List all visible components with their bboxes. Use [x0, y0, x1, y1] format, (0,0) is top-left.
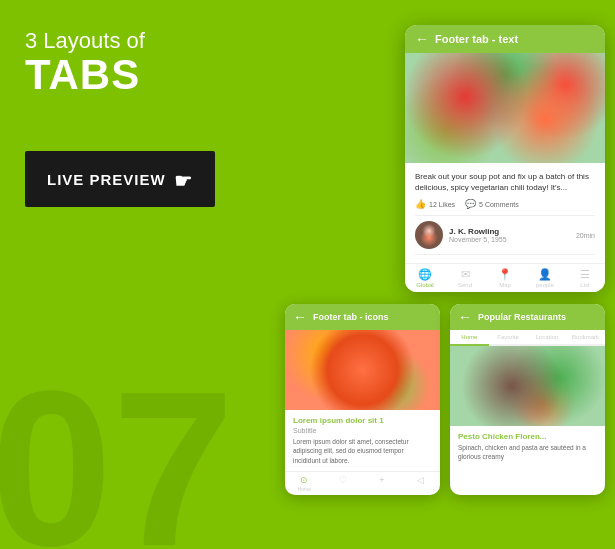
ps1-search-icon: ♡ — [339, 475, 347, 485]
tab-map-label: Map — [499, 282, 511, 288]
phone-small1-content: Lorem ipsum dolor sit 1 Subtitle Lorem i… — [285, 410, 440, 470]
author-name: J. K. Rowling — [449, 227, 570, 236]
back-arrow-icon: ← — [415, 31, 429, 47]
ps1-home-icon: ⊙ — [300, 475, 308, 485]
tab-map[interactable]: 📍 Map — [485, 268, 525, 288]
phone-main-meta: 👍 12 Likes 💬 5 Comments — [415, 199, 595, 209]
ps2-tab-bookmark[interactable]: Bookmark — [566, 330, 605, 344]
tab-list[interactable]: ☰ List — [565, 268, 605, 288]
ps2-tab-favorite[interactable]: Favorite — [489, 330, 528, 344]
tab-send[interactable]: ✉ Send — [445, 268, 485, 288]
back-arrow-icon-3: ← — [458, 309, 472, 325]
phone-small1-header: ← Footer tab - icons — [285, 304, 440, 330]
phone-small1-desc: Lorem ipsum dolor sit amet, consectetur … — [293, 437, 432, 464]
phone-small2-content-title: Pesto Chicken Floren... — [458, 432, 597, 441]
comment-icon: 💬 — [465, 199, 476, 209]
phone-small1-content-title: Lorem ipsum dolor sit 1 — [293, 416, 432, 425]
phones-row: ← Footer tab - icons Lorem ipsum dolor s… — [285, 304, 605, 494]
phone-main-tab-bar: 🌐 Global ✉ Send 📍 Map 👤 people ☰ List — [405, 263, 605, 292]
comments-item: 💬 5 Comments — [465, 199, 519, 209]
watermark-number: 07 — [0, 359, 235, 549]
phone-small1-tab-bar: ⊙ Home ♡ + ◁ — [285, 471, 440, 495]
phone-main-content: Break out your soup pot and fix up a bat… — [405, 163, 605, 263]
tab-global[interactable]: 🌐 Global — [405, 268, 445, 288]
read-time: 20min — [576, 232, 595, 239]
people-icon: 👤 — [538, 268, 552, 281]
comments-count: 5 Comments — [479, 201, 519, 208]
author-avatar — [415, 221, 443, 249]
phone-main-hero-image — [405, 53, 605, 163]
tab-send-label: Send — [458, 282, 472, 288]
list-icon: ☰ — [580, 268, 590, 281]
phone-small2-content: Pesto Chicken Floren... Spinach, chicken… — [450, 426, 605, 467]
live-preview-button[interactable]: LIVE PREVIEW ☛ — [25, 151, 215, 207]
author-info: J. K. Rowling November 5, 1955 — [449, 227, 570, 243]
phone-small2-desc: Spinach, chicken and pasta are sautéed i… — [458, 443, 597, 461]
phone-small2-header: ← Popular Restaurants — [450, 304, 605, 330]
phone-small-1: ← Footer tab - icons Lorem ipsum dolor s… — [285, 304, 440, 494]
tab-people[interactable]: 👤 people — [525, 268, 565, 288]
phone-small1-hero — [285, 330, 440, 410]
phone-small2-title: Popular Restaurants — [478, 312, 566, 322]
ps1-tab-3[interactable]: + — [363, 475, 402, 492]
cursor-icon: ☛ — [174, 169, 193, 193]
back-arrow-icon-2: ← — [293, 309, 307, 325]
tab-people-label: people — [536, 282, 554, 288]
food-image-small1 — [285, 330, 440, 410]
phone-small1-subtitle: Subtitle — [293, 427, 432, 434]
phone-main-header: ← Footer tab - text — [405, 25, 605, 53]
ps1-add-icon: + — [379, 475, 384, 485]
ps1-tab-2[interactable]: ♡ — [324, 475, 363, 492]
left-panel: 3 Layouts of TABS LIVE PREVIEW ☛ — [25, 28, 215, 207]
main-title: TABS — [25, 54, 215, 96]
phones-container: ← Footer tab - text Break out your soup … — [285, 25, 605, 495]
likes-item: 👍 12 Likes — [415, 199, 455, 209]
phone-small2-hero — [450, 346, 605, 426]
phone-main-description: Break out your soup pot and fix up a bat… — [415, 171, 595, 193]
ps2-tab-location[interactable]: Location — [528, 330, 567, 344]
globe-icon: 🌐 — [418, 268, 432, 281]
ps2-tab-home[interactable]: Home — [450, 330, 489, 346]
food-image-main — [405, 53, 605, 163]
likes-count: 12 Likes — [429, 201, 455, 208]
ps1-tab-4[interactable]: ◁ — [401, 475, 440, 492]
phone-author-row: J. K. Rowling November 5, 1955 20min — [415, 215, 595, 255]
avatar-image — [415, 221, 443, 249]
ps1-tab1-label: Home — [298, 486, 311, 492]
tab-list-label: List — [580, 282, 589, 288]
ps1-tab-1[interactable]: ⊙ Home — [285, 475, 324, 492]
map-icon: 📍 — [498, 268, 512, 281]
phone-main: ← Footer tab - text Break out your soup … — [405, 25, 605, 292]
food-image-small2 — [450, 346, 605, 426]
button-label: LIVE PREVIEW — [47, 171, 166, 188]
phone-main-title: Footer tab - text — [435, 33, 518, 45]
phone-small1-title: Footer tab - icons — [313, 312, 389, 322]
ps1-person-icon: ◁ — [417, 475, 424, 485]
thumbs-up-icon: 👍 — [415, 199, 426, 209]
author-date: November 5, 1955 — [449, 236, 570, 243]
phone-small-2: ← Popular Restaurants Home Favorite Loca… — [450, 304, 605, 494]
phone-small2-tabs: Home Favorite Location Bookmark — [450, 330, 605, 346]
send-icon: ✉ — [461, 268, 470, 281]
tab-global-label: Global — [416, 282, 433, 288]
